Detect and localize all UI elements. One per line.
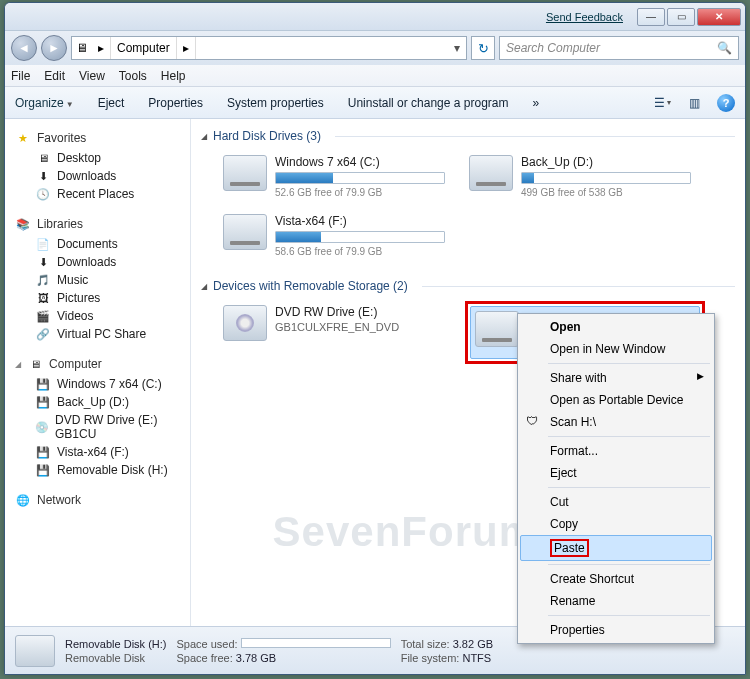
navbar: ◄ ► 🖥 ▸ Computer ▸ ▾ ↻ Search Computer 🔍 (5, 31, 745, 65)
drive-f[interactable]: Vista-x64 (F:) 58.6 GB free of 79.9 GB (219, 210, 449, 261)
menubar: File Edit View Tools Help (5, 65, 745, 87)
sidebar-drive-c[interactable]: 💾Windows 7 x64 (C:) (9, 375, 186, 393)
ctx-shortcut[interactable]: Create Shortcut (520, 568, 712, 590)
ctx-paste[interactable]: Paste (520, 535, 712, 561)
titlebar: Send Feedback — ▭ ✕ (5, 3, 745, 31)
separator (548, 436, 710, 437)
ctx-eject[interactable]: Eject (520, 462, 712, 484)
uninstall-button[interactable]: Uninstall or change a program (348, 96, 509, 110)
sidebar-recent[interactable]: 🕓Recent Places (9, 185, 186, 203)
collapse-icon: ◢ (201, 282, 207, 291)
drive-name: Windows 7 x64 (C:) (275, 155, 445, 169)
music-icon: 🎵 (35, 273, 51, 287)
drive-icon (223, 155, 267, 191)
maximize-button[interactable]: ▭ (667, 8, 695, 26)
usage-bar (275, 172, 445, 184)
refresh-button[interactable]: ↻ (471, 36, 495, 60)
group-rem-header[interactable]: ◢Devices with Removable Storage (2) (201, 277, 735, 295)
preview-pane-button[interactable]: ▥ (685, 94, 703, 112)
drive-c[interactable]: Windows 7 x64 (C:) 52.6 GB free of 79.9 … (219, 151, 449, 202)
properties-button[interactable]: Properties (148, 96, 203, 110)
ctx-share-with[interactable]: Share with▶ (520, 367, 712, 389)
network-header[interactable]: 🌐Network (9, 489, 186, 511)
separator (548, 363, 710, 364)
sidebar-drive-f[interactable]: 💾Vista-x64 (F:) (9, 443, 186, 461)
drive-name: DVD RW Drive (E:) (275, 305, 445, 319)
sidebar-music[interactable]: 🎵Music (9, 271, 186, 289)
sidebar-pictures[interactable]: 🖼Pictures (9, 289, 186, 307)
drive-icon (223, 214, 267, 250)
context-menu: Open Open in New Window Share with▶ Open… (517, 313, 715, 644)
drive-sub: GB1CULXFRE_EN_DVD (275, 321, 445, 333)
dvd-icon (223, 305, 267, 341)
breadcrumb-arrow2[interactable]: ▸ (177, 37, 196, 59)
removable-icon (15, 635, 55, 667)
menu-file[interactable]: File (11, 69, 30, 83)
ctx-rename[interactable]: Rename (520, 590, 712, 612)
sidebar: ★Favorites 🖥Desktop ⬇Downloads 🕓Recent P… (5, 119, 191, 626)
status-fs-label: File system: (401, 652, 460, 664)
ctx-copy[interactable]: Copy (520, 513, 712, 535)
status-used-bar (241, 638, 391, 648)
menu-help[interactable]: Help (161, 69, 186, 83)
drive-d[interactable]: Back_Up (D:) 499 GB free of 538 GB (465, 151, 695, 202)
separator (548, 615, 710, 616)
removable-icon (475, 311, 519, 347)
sidebar-downloads[interactable]: ⬇Downloads (9, 167, 186, 185)
toolbar-overflow[interactable]: » (532, 96, 539, 110)
ctx-portable[interactable]: Open as Portable Device (520, 389, 712, 411)
address-dropdown-icon[interactable]: ▾ (448, 41, 466, 55)
ctx-format[interactable]: Format... (520, 440, 712, 462)
breadcrumb-computer[interactable]: Computer (111, 37, 177, 59)
ctx-open-new-window[interactable]: Open in New Window (520, 338, 712, 360)
drive-icon: 💾 (35, 377, 51, 391)
ctx-properties[interactable]: Properties (520, 619, 712, 641)
search-placeholder: Search Computer (506, 41, 600, 55)
ctx-scan[interactable]: 🛡Scan H:\ (520, 411, 712, 433)
dvd-icon: 💿 (35, 420, 49, 434)
menu-view[interactable]: View (79, 69, 105, 83)
search-input[interactable]: Search Computer 🔍 (499, 36, 739, 60)
sidebar-videos[interactable]: 🎬Videos (9, 307, 186, 325)
eject-button[interactable]: Eject (98, 96, 125, 110)
group-hdd-header[interactable]: ◢Hard Disk Drives (3) (201, 127, 735, 145)
help-button[interactable]: ? (717, 94, 735, 112)
computer-header[interactable]: ◢🖥Computer (9, 353, 186, 375)
status-name: Removable Disk (H:) (65, 638, 166, 650)
menu-edit[interactable]: Edit (44, 69, 65, 83)
share-icon: 🔗 (35, 327, 51, 341)
libraries-header[interactable]: 📚Libraries (9, 213, 186, 235)
explorer-window: Send Feedback — ▭ ✕ ◄ ► 🖥 ▸ Computer ▸ ▾… (4, 2, 746, 675)
sidebar-desktop[interactable]: 🖥Desktop (9, 149, 186, 167)
favorites-header[interactable]: ★Favorites (9, 127, 186, 149)
drive-e[interactable]: DVD RW Drive (E:) GB1CULXFRE_EN_DVD (219, 301, 449, 364)
status-fs-val: NTFS (462, 652, 491, 664)
sidebar-drive-h[interactable]: 💾Removable Disk (H:) (9, 461, 186, 479)
sidebar-vpc[interactable]: 🔗Virtual PC Share (9, 325, 186, 343)
drive-free: 52.6 GB free of 79.9 GB (275, 187, 445, 198)
downloads-icon: ⬇ (35, 255, 51, 269)
sidebar-drive-e[interactable]: 💿DVD RW Drive (E:) GB1CU (9, 411, 186, 443)
drive-icon (469, 155, 513, 191)
drive-name: Back_Up (D:) (521, 155, 691, 169)
breadcrumb-arrow[interactable]: ▸ (92, 37, 111, 59)
minimize-button[interactable]: — (637, 8, 665, 26)
menu-tools[interactable]: Tools (119, 69, 147, 83)
status-free-label: Space free: (176, 652, 232, 664)
system-properties-button[interactable]: System properties (227, 96, 324, 110)
organize-button[interactable]: Organize▼ (15, 96, 74, 110)
recent-icon: 🕓 (35, 187, 51, 201)
sidebar-drive-d[interactable]: 💾Back_Up (D:) (9, 393, 186, 411)
sidebar-documents[interactable]: 📄Documents (9, 235, 186, 253)
close-button[interactable]: ✕ (697, 8, 741, 26)
sidebar-lib-downloads[interactable]: ⬇Downloads (9, 253, 186, 271)
forward-button[interactable]: ► (41, 35, 67, 61)
ctx-open[interactable]: Open (520, 316, 712, 338)
ctx-cut[interactable]: Cut (520, 491, 712, 513)
back-button[interactable]: ◄ (11, 35, 37, 61)
view-button[interactable]: ☰▾ (653, 94, 671, 112)
usage-bar (521, 172, 691, 184)
address-bar[interactable]: 🖥 ▸ Computer ▸ ▾ (71, 36, 467, 60)
send-feedback-link[interactable]: Send Feedback (546, 11, 623, 23)
star-icon: ★ (15, 131, 31, 145)
